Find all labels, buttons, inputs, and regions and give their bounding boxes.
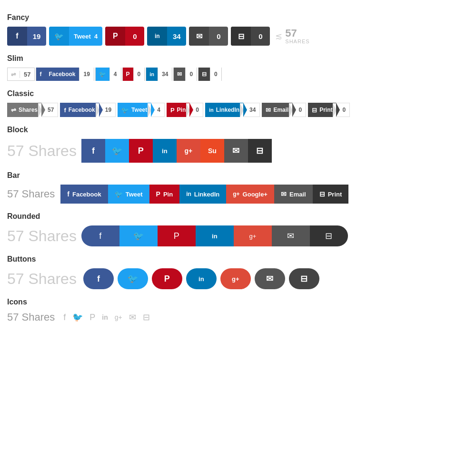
slim-pinterest-button[interactable]: P 0: [122, 68, 145, 81]
buttons-linkedin-button[interactable]: in: [186, 268, 217, 289]
block-email-button[interactable]: ✉: [224, 139, 248, 163]
icons-pinterest-icon[interactable]: P: [89, 313, 95, 323]
shares-label: SHARES: [285, 39, 309, 44]
bar-title: Bar: [7, 171, 469, 180]
fancy-email-button[interactable]: ✉ 0: [189, 27, 228, 46]
buttons-print-button[interactable]: ⊟: [289, 268, 319, 289]
classic-tw-label: Tweet: [131, 107, 147, 113]
rounded-shares-text: 57 Shares: [7, 227, 77, 245]
slim-section: Slim ⇌ 57 f Facebook 19 🐦 4 P 0 in 34 ✉ …: [7, 54, 469, 81]
slim-linkedin-button[interactable]: in 34: [146, 68, 172, 81]
bar-pr-icon: ⊟: [319, 190, 325, 198]
fancy-print-button[interactable]: ⊟ 0: [231, 27, 270, 46]
classic-facebook-button[interactable]: f Facebook 19: [60, 103, 116, 117]
buttons-facebook-button[interactable]: f: [83, 268, 114, 289]
slim-title: Slim: [7, 54, 469, 63]
icons-googleplus-icon[interactable]: g+: [115, 313, 122, 321]
classic-pi-label: Pin: [177, 107, 186, 113]
bar-em-icon: ✉: [281, 190, 287, 198]
slim-facebook-button[interactable]: f Facebook 19: [36, 68, 94, 81]
slim-print-button[interactable]: ⊟ 0: [198, 68, 222, 81]
slim-em-icon: ✉: [174, 68, 185, 81]
email-count: 0: [209, 27, 228, 46]
buttons-googleplus-button[interactable]: g+: [220, 268, 251, 289]
classic-linkedin-button[interactable]: in LinkedIn 34: [205, 103, 260, 117]
slim-fb-label: Facebook: [45, 68, 79, 81]
classic-tw-icon: 🐦: [121, 107, 129, 114]
bar-tw-icon: 🐦: [115, 190, 123, 198]
buttons-section: Buttons 57 Shares f 🐦 P in g+ ✉ ⊟: [7, 255, 469, 289]
slim-twitter-button[interactable]: 🐦 4: [95, 68, 121, 81]
bar-email-button[interactable]: ✉ Email: [274, 185, 313, 204]
icons-facebook-icon[interactable]: f: [63, 313, 66, 323]
bar-print-button[interactable]: ⊟ Print: [313, 185, 349, 204]
block-linkedin-button[interactable]: in: [153, 139, 177, 163]
buttons-pinterest-button[interactable]: P: [152, 268, 182, 289]
bar-facebook-button[interactable]: f Facebook: [60, 185, 108, 204]
rounded-pinterest-button[interactable]: P: [158, 225, 196, 246]
slim-tw-icon: 🐦: [96, 68, 109, 81]
slim-pi-count: 0: [133, 68, 145, 81]
rounded-linkedin-button[interactable]: in: [196, 225, 234, 246]
email-icon: ✉: [189, 27, 209, 46]
classic-li-icon: in: [209, 107, 214, 113]
fancy-section: Fancy f 19 🐦 Tweet 4 P 0 in 34 ✉ 0 ⊟ 0 ≲: [7, 13, 469, 46]
linkedin-icon: in: [147, 27, 167, 46]
classic-li-main: in LinkedIn: [205, 103, 243, 117]
icons-twitter-icon[interactable]: 🐦: [72, 312, 83, 323]
slim-tw-count: 4: [109, 68, 121, 81]
classic-print-button[interactable]: ⊟ Print 0: [308, 103, 350, 117]
block-facebook-button[interactable]: f: [81, 139, 105, 163]
slim-email-button[interactable]: ✉ 0: [173, 68, 197, 81]
classic-title: Classic: [7, 89, 469, 98]
block-pinterest-button[interactable]: P: [129, 139, 153, 163]
rounded-print-button[interactable]: ⊟: [310, 225, 348, 246]
classic-em-icon: ✉: [266, 107, 271, 114]
rounded-title: Rounded: [7, 212, 469, 221]
buttons-title: Buttons: [7, 255, 469, 264]
bar-pr-label: Print: [328, 191, 342, 198]
rounded-email-button[interactable]: ✉: [272, 225, 310, 246]
bar-fb-icon: f: [67, 190, 69, 198]
icons-email-icon[interactable]: ✉: [129, 312, 136, 323]
fancy-facebook-button[interactable]: f 19: [7, 27, 46, 46]
icons-linkedin-icon[interactable]: in: [102, 313, 108, 321]
bar-gp-icon: g+: [233, 191, 239, 197]
classic-section: Classic ⇌ Shares 57 f Facebook 19 🐦 Twee…: [7, 89, 469, 117]
classic-pr-label: Print: [319, 107, 332, 113]
classic-email-button[interactable]: ✉ Email 0: [262, 103, 306, 117]
classic-pinterest-button[interactable]: P Pin 0: [167, 103, 203, 117]
classic-total-button[interactable]: ⇌ Shares 57: [7, 103, 58, 117]
rounded-facebook-button[interactable]: f: [81, 225, 119, 246]
bar-gp-label: Google+: [243, 191, 268, 198]
fancy-twitter-button[interactable]: 🐦 Tweet 4: [49, 27, 102, 46]
fancy-linkedin-button[interactable]: in 34: [147, 27, 186, 46]
classic-shares-label: Shares: [19, 107, 38, 113]
linkedin-count: 34: [167, 27, 186, 46]
block-stumbleupon-button[interactable]: Su: [200, 139, 224, 163]
bar-linkedin-button[interactable]: in LinkedIn: [179, 185, 226, 204]
classic-row: ⇌ Shares 57 f Facebook 19 🐦 Tweet 4 P Pi…: [7, 103, 469, 117]
rounded-twitter-button[interactable]: 🐦: [119, 225, 158, 246]
slim-total[interactable]: ⇌ 57: [7, 68, 35, 81]
block-shares-text: 57 Shares: [7, 142, 77, 160]
block-print-button[interactable]: ⊟: [248, 139, 272, 163]
bar-twitter-button[interactable]: 🐦 Tweet: [108, 185, 149, 204]
bar-pinterest-button[interactable]: P Pin: [149, 185, 180, 204]
block-googleplus-button[interactable]: g+: [177, 139, 200, 163]
classic-twitter-button[interactable]: 🐦 Tweet 4: [118, 103, 165, 117]
buttons-twitter-button[interactable]: 🐦: [118, 268, 148, 289]
rounded-googleplus-button[interactable]: g+: [234, 225, 272, 246]
bar-googleplus-button[interactable]: g+ Google+: [226, 185, 274, 204]
print-icon: ⊟: [231, 27, 251, 46]
slim-pr-icon: ⊟: [198, 68, 210, 81]
fancy-pinterest-button[interactable]: P 0: [105, 27, 144, 46]
icons-print-icon[interactable]: ⊟: [143, 312, 150, 323]
block-twitter-button[interactable]: 🐦: [105, 139, 129, 163]
slim-li-count: 34: [158, 68, 172, 81]
pinterest-count: 0: [125, 27, 144, 46]
slim-row: ⇌ 57 f Facebook 19 🐦 4 P 0 in 34 ✉ 0 ⊟ 0: [7, 68, 469, 81]
buttons-email-button[interactable]: ✉: [255, 268, 285, 289]
twitter-icon: 🐦: [49, 27, 69, 46]
icons-section: Icons 57 Shares f 🐦 P in g+ ✉ ⊟: [7, 298, 469, 323]
